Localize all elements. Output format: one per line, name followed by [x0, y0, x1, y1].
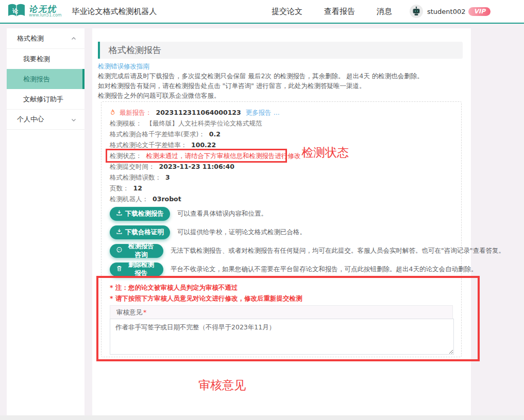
book-logo-icon: 论: [7, 3, 26, 20]
action-row: 下载检测报告 可以查看具体错误内容和位置。: [110, 206, 453, 221]
flame-icon: [110, 109, 117, 116]
action-desc: 无法下载检测报告、或者对检测报告有任何疑问，均可在此提交。客服人员会实时解答。也…: [171, 247, 505, 255]
download-report-button[interactable]: 下载检测报告: [110, 207, 170, 221]
brand-site-url: www.lun51.com: [29, 13, 62, 18]
nav-messages[interactable]: 消息: [377, 7, 392, 16]
top-header: 论 论无忧 www.lun51.com 毕业论文格式检测机器人 提交论文 查看报…: [0, 0, 524, 24]
error-fix-guide-link[interactable]: 检测错误修改指南: [98, 62, 149, 71]
chat-icon: [116, 247, 123, 255]
chevron-up-icon: [71, 34, 76, 42]
main-panel: 格式检测报告 检测错误修改指南 检测完成后请及时下载报告，多次提交检测只会保留 …: [92, 28, 471, 415]
footer-strip: [0, 415, 524, 420]
sidebar: 格式检测 我要检测 检测报告 文献修订助手 个人中心: [7, 28, 84, 415]
report-consult-button[interactable]: 检测报告咨询: [110, 244, 163, 258]
info-row-robot: 检测机器人： 03robot: [110, 194, 453, 204]
notice-block: 检测完成后请及时下载报告，多次提交检测只会保留 最后2次 的检测报告，其余删除。…: [98, 71, 471, 100]
review-note-2: * 请下按照下方审核人员意见对论文进行修改，修改后重新提交检测: [110, 293, 453, 303]
latest-report-row: 最新报告： 2023112311064000123 更多报告 ...: [110, 107, 453, 118]
check-status-value: 检测未通过，请结合下方审核信息和检测报告进行修改: [146, 152, 300, 160]
top-nav: 提交论文 查看报告 消息: [272, 7, 392, 16]
info-row-check-status: 检测状态： 检测未通过，请结合下方审核信息和检测报告进行修改 检测状态: [110, 150, 453, 161]
info-row-error-count: 格式检测错误数： 3: [110, 172, 453, 183]
info-row-submit-time: 检测提交时间： 2023-11-23 11:06:40: [110, 161, 453, 172]
action-buttons: 下载检测报告 可以查看具体错误内容和位置。 下载合格证明 可以提供给学校，证明论…: [110, 206, 453, 276]
more-reports-link[interactable]: 更多报告 ...: [246, 109, 280, 116]
page-title: 格式检测报告: [98, 42, 463, 59]
action-row: 删除检测报告 平台不收录论文，如果您确认不需要在平台留存论文和报告，可点此按钮删…: [110, 262, 453, 276]
notice-line: 检测报告之外的问题可联系企业微信客服。: [98, 91, 471, 100]
download-icon: [116, 209, 123, 218]
nav-submit-paper[interactable]: 提交论文: [272, 7, 302, 16]
brand-name: 论无忧: [29, 5, 62, 14]
report-card: 最新报告： 2023112311064000123 更多报告 ... 检测模板：…: [101, 101, 462, 357]
sidebar-item-start-check[interactable]: 我要检测: [7, 49, 84, 69]
info-row-template: 检测模板： 【最终版】人文社科类学位论文格式规范: [110, 118, 453, 129]
action-row: 下载合格证明 可以提供给学校，证明论文格式检测已合格。: [110, 225, 453, 239]
app-title: 毕业论文格式检测机器人: [72, 7, 157, 16]
svg-text:论: 论: [12, 8, 19, 14]
review-comment-textarea[interactable]: 作者非手写签字或日期不完整（不得早于2023年11月）: [110, 319, 454, 355]
trash-icon: [116, 265, 123, 273]
required-asterisk: *: [143, 308, 146, 316]
vip-badge: VIP: [468, 7, 491, 16]
sidebar-group-format-check[interactable]: 格式检测: [7, 28, 84, 49]
info-row-paper-rate: 格式检测论文千字差错率： 100.22: [110, 139, 453, 150]
sidebar-group-label: 格式检测: [17, 34, 44, 43]
robot-avatar: [410, 5, 423, 18]
latest-report-label: 最新报告：: [120, 109, 152, 116]
notice-line: 检测完成后请及时下载报告，多次提交检测只会保留 最后2次 的检测报告，其余删除。…: [98, 71, 471, 81]
sidebar-group-label: 个人中心: [17, 115, 44, 124]
download-icon: [116, 228, 123, 236]
user-menu[interactable]: student002 VIP: [410, 5, 491, 18]
info-row-page-count: 页数： 12: [110, 183, 453, 194]
sidebar-group-personal-center[interactable]: 个人中心: [7, 109, 84, 130]
review-field-label: 审核意见*: [110, 305, 453, 319]
action-desc: 平台不收录论文，如果您确认不需要在平台留存论文和报告，可点此按钮删除。超出4天的…: [171, 265, 477, 274]
latest-report-number: 2023112311064000123: [156, 109, 241, 116]
notice-line: 如对检测报告有疑问，请在检测报告处点击 "订单咨询" 进行留言，此处为检测答疑唯…: [98, 81, 471, 91]
chevron-down-icon: [71, 116, 76, 124]
download-certificate-button[interactable]: 下载合格证明: [110, 225, 170, 239]
action-desc: 可以提供给学校，证明论文格式检测已合格。: [177, 228, 306, 237]
brand-logo[interactable]: 论 论无忧 www.lun51.com: [7, 3, 62, 20]
review-section: * 注：您的论文被审核人员判定为审核不通过 * 请下按照下方审核人员意见对论文进…: [110, 283, 453, 355]
delete-report-button[interactable]: 删除检测报告: [110, 262, 163, 276]
sidebar-item-reference-assistant[interactable]: 文献修订助手: [7, 89, 84, 109]
action-desc: 可以查看具体错误内容和位置。: [177, 209, 267, 218]
info-row-pass-rate: 格式检测合格千字差错率(要求)： 0.2: [110, 129, 453, 139]
review-note-1: * 注：您的论文被审核人员判定为审核不通过: [110, 283, 453, 292]
username: student002: [427, 8, 466, 15]
nav-view-report[interactable]: 查看报告: [324, 7, 355, 16]
sidebar-item-check-report[interactable]: 检测报告: [7, 69, 84, 89]
action-row: 检测报告咨询 无法下载检测报告、或者对检测报告有任何疑问，均可在此提交。客服人员…: [110, 243, 453, 258]
